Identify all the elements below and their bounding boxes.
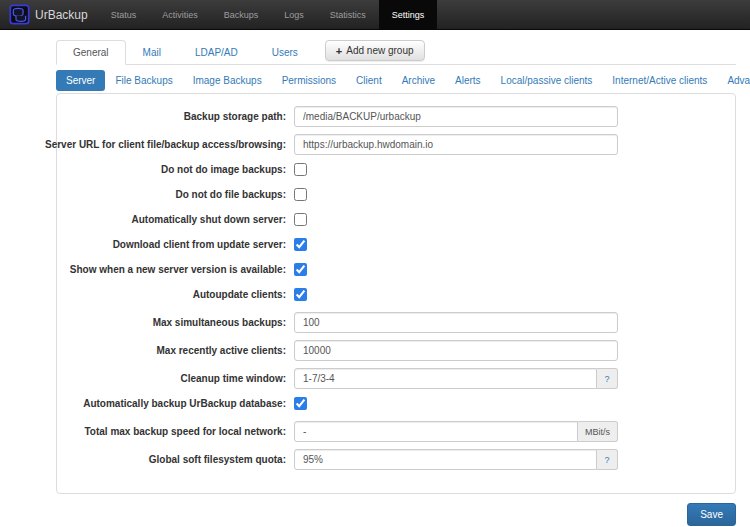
show-server-updates-checkbox[interactable] bbox=[294, 263, 307, 276]
form-row-no-image-backups: Do not do image backups: bbox=[72, 162, 720, 177]
backup-storage-path-input[interactable] bbox=[294, 106, 618, 127]
form-row-control bbox=[294, 287, 307, 302]
nav-item-settings[interactable]: Settings bbox=[379, 0, 438, 29]
add-new-group-button[interactable]: + Add new group bbox=[325, 40, 425, 61]
group-tab-mail[interactable]: Mail bbox=[126, 40, 178, 65]
group-tab-ldap-ad[interactable]: LDAP/AD bbox=[178, 40, 255, 65]
form-row-control bbox=[294, 312, 618, 333]
form-row-control: ? bbox=[294, 368, 618, 389]
server-url-input[interactable] bbox=[294, 134, 618, 155]
input-group bbox=[294, 312, 618, 333]
save-button[interactable]: Save bbox=[687, 503, 736, 526]
form-row-label: Automatically backup UrBackup database: bbox=[72, 398, 286, 409]
help-button[interactable]: ? bbox=[597, 449, 618, 470]
top-navbar: UrBackup StatusActivitiesBackupsLogsStat… bbox=[0, 0, 750, 30]
form-row-control bbox=[294, 212, 307, 227]
footer-actions: Save bbox=[56, 503, 736, 526]
input-group bbox=[294, 106, 618, 127]
add-new-group-label: Add new group bbox=[346, 45, 413, 56]
input-group: ? bbox=[294, 449, 618, 470]
group-tab-general[interactable]: General bbox=[56, 40, 126, 65]
input-group: MBit/s bbox=[294, 421, 618, 442]
settings-tab-image-backups[interactable]: Image Backups bbox=[183, 70, 272, 91]
form-row-label: Cleanup time window: bbox=[72, 373, 286, 384]
autoshutdown-checkbox[interactable] bbox=[294, 213, 307, 226]
form-row-label: Max simultaneous backups: bbox=[72, 317, 286, 328]
input-group bbox=[294, 340, 618, 361]
cleanup-window-input[interactable] bbox=[294, 368, 597, 389]
input-group: ? bbox=[294, 368, 618, 389]
form-row-label: Max recently active clients: bbox=[72, 345, 286, 356]
settings-tabs: ServerFile BackupsImage BackupsPermissio… bbox=[56, 70, 736, 91]
form-row-label: Automatically shut down server: bbox=[72, 214, 286, 225]
settings-tab-alerts[interactable]: Alerts bbox=[445, 70, 491, 91]
global-soft-fs-quota-input[interactable] bbox=[294, 449, 597, 470]
settings-page: GeneralMailLDAP/ADUsers + Add new group … bbox=[56, 40, 736, 526]
input-group bbox=[294, 134, 618, 155]
max-sim-backups-input[interactable] bbox=[294, 312, 618, 333]
no-image-backups-checkbox[interactable] bbox=[294, 163, 307, 176]
settings-tab-internet-active-clients[interactable]: Internet/Active clients bbox=[602, 70, 717, 91]
form-row-control bbox=[294, 134, 618, 155]
form-row-control bbox=[294, 237, 307, 252]
settings-tab-archive[interactable]: Archive bbox=[392, 70, 445, 91]
form-row-download-client: Download client from update server: bbox=[72, 237, 720, 252]
form-row-backup-storage-path: Backup storage path: bbox=[72, 106, 720, 127]
autoupdate-clients-checkbox[interactable] bbox=[294, 288, 307, 301]
max-active-clients-input[interactable] bbox=[294, 340, 618, 361]
form-row-max-sim-backups: Max simultaneous backups: bbox=[72, 312, 720, 333]
navbar-menu: StatusActivitiesBackupsLogsStatisticsSet… bbox=[98, 0, 438, 29]
form-row-global-soft-fs-quota: Global soft filesystem quota: ? bbox=[72, 449, 720, 470]
download-client-checkbox[interactable] bbox=[294, 238, 307, 251]
settings-tab-local-passive-clients[interactable]: Local/passive clients bbox=[491, 70, 603, 91]
group-tabs: GeneralMailLDAP/ADUsers + Add new group bbox=[56, 40, 736, 65]
settings-tab-server[interactable]: Server bbox=[56, 70, 105, 91]
form-row-backup-database: Automatically backup UrBackup database: bbox=[72, 396, 720, 411]
form-row-label: Global soft filesystem quota: bbox=[72, 454, 286, 465]
form-row-control bbox=[294, 106, 618, 127]
form-row-control: ? bbox=[294, 449, 618, 470]
nav-item-statistics[interactable]: Statistics bbox=[317, 0, 379, 29]
brand[interactable]: UrBackup bbox=[0, 0, 98, 29]
local-speed-input[interactable] bbox=[294, 421, 578, 442]
form-row-label: Download client from update server: bbox=[72, 239, 286, 250]
nav-item-activities[interactable]: Activities bbox=[149, 0, 211, 29]
server-settings-form: Backup storage path: Server URL for clie… bbox=[72, 106, 720, 470]
group-tab-users[interactable]: Users bbox=[255, 40, 315, 65]
backup-database-checkbox[interactable] bbox=[294, 397, 307, 410]
form-row-server-url: Server URL for client file/backup access… bbox=[72, 134, 720, 155]
form-row-local-speed: Total max backup speed for local network… bbox=[72, 421, 720, 442]
form-row-show-server-updates: Show when a new server version is availa… bbox=[72, 262, 720, 277]
settings-tab-file-backups[interactable]: File Backups bbox=[105, 70, 182, 91]
no-file-backups-checkbox[interactable] bbox=[294, 188, 307, 201]
form-row-label: Backup storage path: bbox=[72, 111, 286, 122]
form-row-control bbox=[294, 187, 307, 202]
settings-tab-client[interactable]: Client bbox=[346, 70, 392, 91]
form-row-label: Do not do file backups: bbox=[72, 189, 286, 200]
form-row-autoshutdown: Automatically shut down server: bbox=[72, 212, 720, 227]
plus-icon: + bbox=[336, 46, 342, 56]
brand-title: UrBackup bbox=[35, 8, 88, 22]
form-row-control bbox=[294, 262, 307, 277]
form-row-control bbox=[294, 340, 618, 361]
settings-tab-permissions[interactable]: Permissions bbox=[272, 70, 346, 91]
form-row-cleanup-window: Cleanup time window: ? bbox=[72, 368, 720, 389]
form-row-label: Total max backup speed for local network… bbox=[72, 426, 286, 437]
nav-item-backups[interactable]: Backups bbox=[211, 0, 272, 29]
form-row-label: Show when a new server version is availa… bbox=[72, 264, 286, 275]
form-row-control bbox=[294, 396, 307, 411]
form-row-label: Do not do image backups: bbox=[72, 164, 286, 175]
help-button[interactable]: ? bbox=[597, 368, 618, 389]
settings-tab-advanced[interactable]: Advanced bbox=[717, 70, 750, 91]
form-row-autoupdate-clients: Autoupdate clients: bbox=[72, 287, 720, 302]
form-row-max-active-clients: Max recently active clients: bbox=[72, 340, 720, 361]
form-row-control: MBit/s bbox=[294, 421, 618, 442]
nav-item-status[interactable]: Status bbox=[98, 0, 150, 29]
form-row-label: Autoupdate clients: bbox=[72, 289, 286, 300]
form-row-label: Server URL for client file/backup access… bbox=[72, 139, 286, 150]
urbackup-logo-icon bbox=[9, 4, 30, 25]
form-row-no-file-backups: Do not do file backups: bbox=[72, 187, 720, 202]
nav-item-logs[interactable]: Logs bbox=[271, 0, 317, 29]
settings-panel: Backup storage path: Server URL for clie… bbox=[56, 93, 736, 494]
form-row-control bbox=[294, 162, 307, 177]
